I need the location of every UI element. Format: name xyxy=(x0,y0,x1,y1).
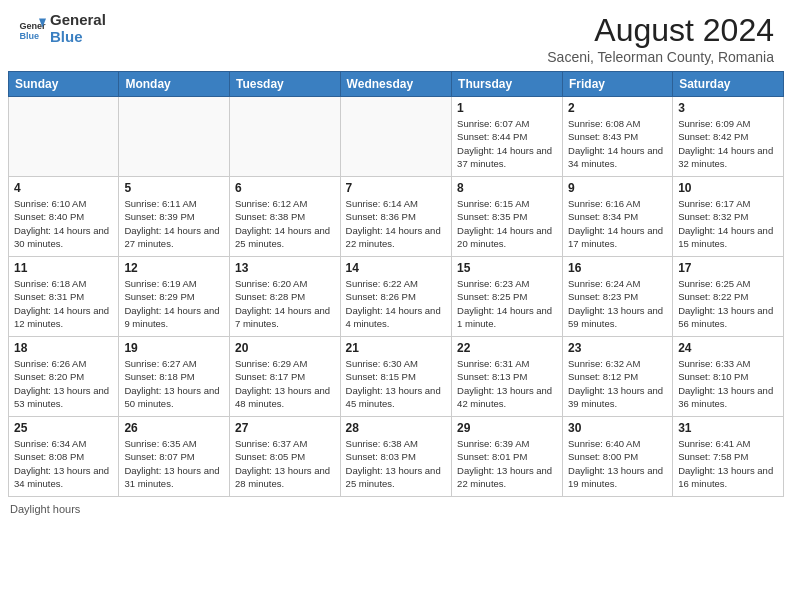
calendar-day-cell: 28Sunrise: 6:38 AM Sunset: 8:03 PM Dayli… xyxy=(340,417,451,497)
day-info: Sunrise: 6:08 AM Sunset: 8:43 PM Dayligh… xyxy=(568,117,667,170)
calendar-day-cell: 7Sunrise: 6:14 AM Sunset: 8:36 PM Daylig… xyxy=(340,177,451,257)
calendar-day-cell: 10Sunrise: 6:17 AM Sunset: 8:32 PM Dayli… xyxy=(673,177,784,257)
day-info: Sunrise: 6:31 AM Sunset: 8:13 PM Dayligh… xyxy=(457,357,557,410)
calendar-day-cell: 6Sunrise: 6:12 AM Sunset: 8:38 PM Daylig… xyxy=(229,177,340,257)
day-number: 10 xyxy=(678,181,778,195)
calendar-day-header: Tuesday xyxy=(229,72,340,97)
calendar-day-cell: 16Sunrise: 6:24 AM Sunset: 8:23 PM Dayli… xyxy=(563,257,673,337)
calendar-day-cell xyxy=(119,97,230,177)
location: Saceni, Teleorman County, Romania xyxy=(547,49,774,65)
day-info: Sunrise: 6:22 AM Sunset: 8:26 PM Dayligh… xyxy=(346,277,446,330)
day-info: Sunrise: 6:12 AM Sunset: 8:38 PM Dayligh… xyxy=(235,197,335,250)
day-number: 12 xyxy=(124,261,224,275)
calendar-day-header: Thursday xyxy=(452,72,563,97)
calendar-day-cell xyxy=(340,97,451,177)
calendar-day-cell: 2Sunrise: 6:08 AM Sunset: 8:43 PM Daylig… xyxy=(563,97,673,177)
day-number: 26 xyxy=(124,421,224,435)
day-info: Sunrise: 6:16 AM Sunset: 8:34 PM Dayligh… xyxy=(568,197,667,250)
day-info: Sunrise: 6:20 AM Sunset: 8:28 PM Dayligh… xyxy=(235,277,335,330)
day-number: 24 xyxy=(678,341,778,355)
day-number: 3 xyxy=(678,101,778,115)
day-info: Sunrise: 6:19 AM Sunset: 8:29 PM Dayligh… xyxy=(124,277,224,330)
day-info: Sunrise: 6:27 AM Sunset: 8:18 PM Dayligh… xyxy=(124,357,224,410)
calendar-day-cell xyxy=(229,97,340,177)
day-info: Sunrise: 6:26 AM Sunset: 8:20 PM Dayligh… xyxy=(14,357,113,410)
day-number: 28 xyxy=(346,421,446,435)
day-number: 1 xyxy=(457,101,557,115)
title-block: August 2024 Saceni, Teleorman County, Ro… xyxy=(547,12,774,65)
day-info: Sunrise: 6:25 AM Sunset: 8:22 PM Dayligh… xyxy=(678,277,778,330)
day-number: 13 xyxy=(235,261,335,275)
day-number: 5 xyxy=(124,181,224,195)
day-number: 6 xyxy=(235,181,335,195)
calendar-day-header: Sunday xyxy=(9,72,119,97)
calendar-day-cell: 21Sunrise: 6:30 AM Sunset: 8:15 PM Dayli… xyxy=(340,337,451,417)
day-number: 23 xyxy=(568,341,667,355)
day-info: Sunrise: 6:14 AM Sunset: 8:36 PM Dayligh… xyxy=(346,197,446,250)
calendar-wrap: SundayMondayTuesdayWednesdayThursdayFrid… xyxy=(0,71,792,497)
calendar-day-header: Friday xyxy=(563,72,673,97)
calendar-day-cell: 31Sunrise: 6:41 AM Sunset: 7:58 PM Dayli… xyxy=(673,417,784,497)
calendar-day-cell: 19Sunrise: 6:27 AM Sunset: 8:18 PM Dayli… xyxy=(119,337,230,417)
day-number: 8 xyxy=(457,181,557,195)
calendar-day-cell: 8Sunrise: 6:15 AM Sunset: 8:35 PM Daylig… xyxy=(452,177,563,257)
day-number: 18 xyxy=(14,341,113,355)
calendar-day-cell: 12Sunrise: 6:19 AM Sunset: 8:29 PM Dayli… xyxy=(119,257,230,337)
day-number: 14 xyxy=(346,261,446,275)
day-info: Sunrise: 6:32 AM Sunset: 8:12 PM Dayligh… xyxy=(568,357,667,410)
logo-text: General Blue xyxy=(50,12,106,45)
day-number: 17 xyxy=(678,261,778,275)
calendar-day-cell: 25Sunrise: 6:34 AM Sunset: 8:08 PM Dayli… xyxy=(9,417,119,497)
calendar-day-cell: 20Sunrise: 6:29 AM Sunset: 8:17 PM Dayli… xyxy=(229,337,340,417)
day-info: Sunrise: 6:18 AM Sunset: 8:31 PM Dayligh… xyxy=(14,277,113,330)
calendar-day-cell: 5Sunrise: 6:11 AM Sunset: 8:39 PM Daylig… xyxy=(119,177,230,257)
footer: Daylight hours xyxy=(0,497,792,521)
day-number: 15 xyxy=(457,261,557,275)
calendar-day-cell: 26Sunrise: 6:35 AM Sunset: 8:07 PM Dayli… xyxy=(119,417,230,497)
calendar-day-cell: 3Sunrise: 6:09 AM Sunset: 8:42 PM Daylig… xyxy=(673,97,784,177)
calendar-day-cell xyxy=(9,97,119,177)
calendar-day-cell: 22Sunrise: 6:31 AM Sunset: 8:13 PM Dayli… xyxy=(452,337,563,417)
day-info: Sunrise: 6:37 AM Sunset: 8:05 PM Dayligh… xyxy=(235,437,335,490)
day-number: 30 xyxy=(568,421,667,435)
calendar-table: SundayMondayTuesdayWednesdayThursdayFrid… xyxy=(8,71,784,497)
calendar-week-row: 4Sunrise: 6:10 AM Sunset: 8:40 PM Daylig… xyxy=(9,177,784,257)
day-number: 21 xyxy=(346,341,446,355)
calendar-week-row: 25Sunrise: 6:34 AM Sunset: 8:08 PM Dayli… xyxy=(9,417,784,497)
generalblue-logo-icon: General Blue xyxy=(18,15,46,43)
day-info: Sunrise: 6:23 AM Sunset: 8:25 PM Dayligh… xyxy=(457,277,557,330)
day-number: 27 xyxy=(235,421,335,435)
calendar-day-header: Saturday xyxy=(673,72,784,97)
day-info: Sunrise: 6:39 AM Sunset: 8:01 PM Dayligh… xyxy=(457,437,557,490)
calendar-day-cell: 30Sunrise: 6:40 AM Sunset: 8:00 PM Dayli… xyxy=(563,417,673,497)
day-info: Sunrise: 6:07 AM Sunset: 8:44 PM Dayligh… xyxy=(457,117,557,170)
day-number: 20 xyxy=(235,341,335,355)
day-number: 4 xyxy=(14,181,113,195)
header: General Blue General Blue August 2024 Sa… xyxy=(0,0,792,71)
calendar-week-row: 11Sunrise: 6:18 AM Sunset: 8:31 PM Dayli… xyxy=(9,257,784,337)
calendar-header-row: SundayMondayTuesdayWednesdayThursdayFrid… xyxy=(9,72,784,97)
day-number: 7 xyxy=(346,181,446,195)
calendar-day-cell: 1Sunrise: 6:07 AM Sunset: 8:44 PM Daylig… xyxy=(452,97,563,177)
calendar-day-cell: 17Sunrise: 6:25 AM Sunset: 8:22 PM Dayli… xyxy=(673,257,784,337)
day-info: Sunrise: 6:34 AM Sunset: 8:08 PM Dayligh… xyxy=(14,437,113,490)
day-number: 19 xyxy=(124,341,224,355)
day-info: Sunrise: 6:11 AM Sunset: 8:39 PM Dayligh… xyxy=(124,197,224,250)
day-info: Sunrise: 6:33 AM Sunset: 8:10 PM Dayligh… xyxy=(678,357,778,410)
day-number: 25 xyxy=(14,421,113,435)
calendar-day-cell: 18Sunrise: 6:26 AM Sunset: 8:20 PM Dayli… xyxy=(9,337,119,417)
day-number: 31 xyxy=(678,421,778,435)
calendar-day-cell: 13Sunrise: 6:20 AM Sunset: 8:28 PM Dayli… xyxy=(229,257,340,337)
day-info: Sunrise: 6:10 AM Sunset: 8:40 PM Dayligh… xyxy=(14,197,113,250)
calendar-day-cell: 27Sunrise: 6:37 AM Sunset: 8:05 PM Dayli… xyxy=(229,417,340,497)
day-number: 2 xyxy=(568,101,667,115)
day-info: Sunrise: 6:24 AM Sunset: 8:23 PM Dayligh… xyxy=(568,277,667,330)
calendar-week-row: 1Sunrise: 6:07 AM Sunset: 8:44 PM Daylig… xyxy=(9,97,784,177)
day-info: Sunrise: 6:40 AM Sunset: 8:00 PM Dayligh… xyxy=(568,437,667,490)
calendar-day-cell: 11Sunrise: 6:18 AM Sunset: 8:31 PM Dayli… xyxy=(9,257,119,337)
svg-text:Blue: Blue xyxy=(19,30,39,40)
month-year: August 2024 xyxy=(547,12,774,49)
day-info: Sunrise: 6:30 AM Sunset: 8:15 PM Dayligh… xyxy=(346,357,446,410)
calendar-day-cell: 9Sunrise: 6:16 AM Sunset: 8:34 PM Daylig… xyxy=(563,177,673,257)
logo: General Blue General Blue xyxy=(18,12,106,45)
